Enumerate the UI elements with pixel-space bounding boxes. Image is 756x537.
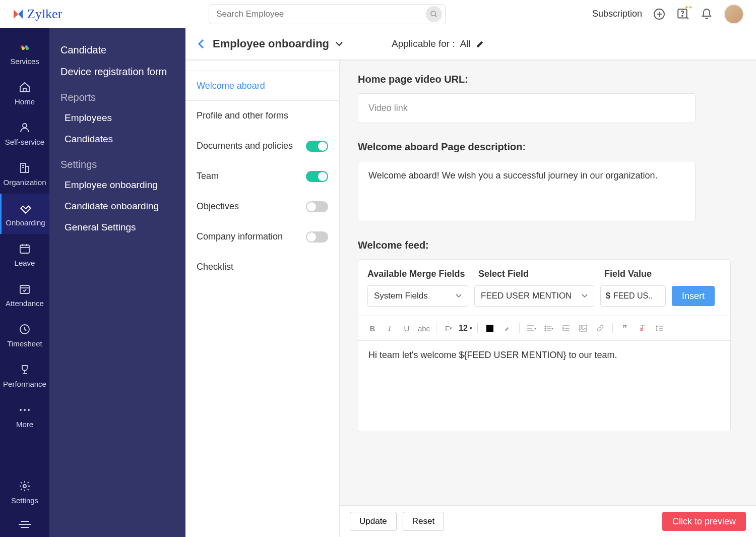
subnav-device-registration[interactable]: Device registration form (49, 61, 185, 83)
outdent-button[interactable] (559, 321, 573, 335)
rail-services[interactable]: Services (0, 32, 49, 73)
search-input[interactable] (216, 9, 426, 19)
rail-label: Home (15, 97, 35, 106)
tab-profile-forms[interactable]: Profile and other forms (185, 101, 339, 131)
rail-settings[interactable]: Settings (0, 471, 49, 512)
tab-team[interactable]: Team (185, 161, 339, 192)
search-button[interactable] (426, 6, 442, 22)
line-height-button[interactable] (652, 321, 666, 335)
tab-objectives[interactable]: Objectives (185, 192, 339, 222)
merge-fields-select[interactable]: System Fields (367, 285, 468, 307)
underline-button[interactable]: U (400, 321, 414, 335)
calendar-check-icon (18, 282, 32, 296)
quote-button[interactable]: ❞ (618, 321, 632, 335)
brand-logo[interactable]: Zylker (12, 7, 62, 22)
page-title: Employee onboarding (213, 37, 329, 50)
tab-checklist[interactable]: Checklist (185, 252, 339, 282)
toggle-objectives[interactable] (306, 201, 328, 212)
tab-documents-policies[interactable]: Documents and policies (185, 131, 339, 161)
toggle-team[interactable] (306, 171, 328, 182)
svg-rect-7 (23, 88, 26, 92)
chevron-down-icon[interactable] (335, 41, 343, 46)
rail-label: Timesheet (7, 339, 42, 348)
video-url-input[interactable]: Video link (358, 93, 696, 123)
editor-toolbar: B I U abc F▾ 12▾ ▾ ▾ (358, 316, 730, 341)
image-button[interactable] (576, 321, 590, 335)
subnav-employee-onboarding[interactable]: Employee onboarding (49, 174, 185, 196)
rail-label: Onboarding (6, 218, 45, 227)
desc-textarea[interactable]: Welcome aboard! We wish you a successful… (358, 161, 696, 221)
bell-icon (701, 8, 713, 20)
desc-label: Welcome aboard Page description: (358, 141, 738, 153)
help-button[interactable]: ✦✦ (676, 8, 689, 21)
subnav-candidate[interactable]: Candidate (49, 39, 185, 61)
merge-panel: Available Merge Fields Select Field Fiel… (358, 259, 731, 432)
update-button[interactable]: Update (350, 512, 397, 531)
highlight-button[interactable] (500, 321, 514, 335)
link-icon (596, 324, 604, 332)
link-button[interactable] (593, 321, 607, 335)
merge-col3: Field Value (604, 269, 670, 279)
subscription-link[interactable]: Subscription (592, 9, 642, 19)
merge-col1: Available Merge Fields (367, 269, 468, 279)
clear-format-button[interactable] (635, 321, 649, 335)
italic-button[interactable]: I (383, 321, 397, 335)
svg-rect-9 (21, 163, 26, 172)
subnav-employees[interactable]: Employees (49, 107, 185, 129)
list-button[interactable]: ▾ (542, 321, 556, 335)
rail-onboarding[interactable]: Onboarding (0, 194, 49, 234)
form-panel: Home page video URL: Video link Welcome … (340, 61, 756, 537)
rail-performance[interactable]: Performance (0, 355, 49, 395)
rail-leave[interactable]: Leave (0, 234, 49, 274)
svg-point-0 (431, 11, 435, 16)
field-value-input[interactable]: $FEED US.. (600, 285, 666, 307)
rail-timesheet[interactable]: Timesheet (0, 315, 49, 355)
services-icon (18, 40, 32, 54)
notifications-button[interactable] (701, 8, 713, 20)
strikethrough-button[interactable]: abc (417, 321, 431, 335)
user-avatar[interactable] (724, 4, 744, 24)
add-button[interactable] (653, 8, 665, 20)
tab-welcome-aboard[interactable]: Welcome aboard (185, 71, 339, 101)
image-icon (579, 325, 587, 332)
svg-point-31 (545, 330, 546, 331)
reset-button[interactable]: Reset (403, 512, 444, 531)
svg-point-20 (23, 485, 26, 488)
toggle-company-info[interactable] (306, 231, 328, 243)
select-field-select[interactable]: FEED USER MENTION (474, 285, 594, 307)
subnav-general-settings[interactable]: General Settings (49, 217, 185, 238)
rail-more[interactable]: More (0, 395, 49, 436)
toggle-documents[interactable] (306, 141, 328, 152)
edit-icon[interactable] (476, 39, 485, 48)
video-url-label: Home page video URL: (358, 74, 738, 85)
rail-label: Services (10, 57, 39, 66)
subnav-candidate-onboarding[interactable]: Candidate onboarding (49, 196, 185, 217)
preview-button[interactable]: Click to preview (662, 512, 746, 531)
line-height-icon (656, 325, 663, 332)
feed-label: Welcome feed: (358, 240, 738, 251)
search-box[interactable] (209, 4, 446, 24)
svg-rect-17 (20, 285, 29, 293)
font-button[interactable]: F▾ (442, 321, 456, 335)
outdent-icon (562, 325, 570, 331)
rail-menu-toggle[interactable] (0, 512, 49, 537)
align-button[interactable]: ▾ (525, 321, 539, 335)
form-footer: Update Reset Click to preview (340, 505, 756, 537)
fontsize-select[interactable]: 12▾ (459, 324, 472, 333)
rail-attendance[interactable]: Attendance (0, 274, 49, 315)
rail-home[interactable]: Home (0, 73, 49, 113)
trophy-icon (18, 363, 32, 377)
tab-company-info[interactable]: Company information (185, 222, 339, 252)
text-color-button[interactable] (483, 321, 497, 335)
rail-self-service[interactable]: Self-service (0, 113, 49, 153)
insert-button[interactable]: Insert (672, 286, 715, 306)
user-icon (18, 121, 32, 135)
clear-format-icon (639, 325, 646, 332)
bold-button[interactable]: B (365, 321, 380, 335)
feed-editor[interactable]: Hi team let's welcome ${FEED USER MENTIO… (358, 341, 730, 432)
gear-icon (18, 479, 32, 493)
rail-organization[interactable]: Organization (0, 153, 49, 194)
back-button[interactable] (198, 39, 205, 49)
sub-navigation: Candidate Device registration form Repor… (49, 28, 185, 537)
subnav-candidates[interactable]: Candidates (49, 129, 185, 150)
